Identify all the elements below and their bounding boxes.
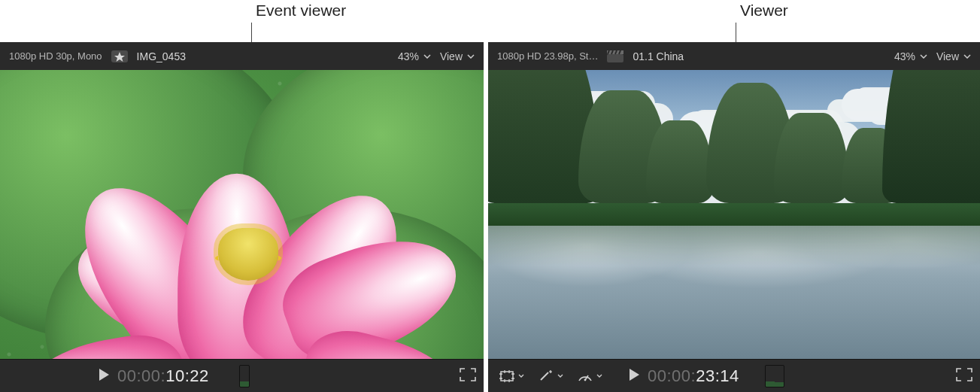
event-viewer-header: 1080p HD 30p, Mono IMG_0453 43% View [0, 42, 484, 70]
svg-rect-3 [607, 54, 623, 62]
enhance-tool-menu[interactable] [535, 368, 566, 384]
preview-image [0, 70, 484, 359]
timecode-hours: 00:00: [648, 366, 696, 386]
timecode-display[interactable]: 00:00:23:14 [648, 366, 739, 386]
audio-meter[interactable] [765, 365, 784, 387]
svg-point-7 [584, 378, 587, 381]
timecode-hours: 00:00: [117, 366, 165, 386]
svg-marker-2 [99, 369, 109, 381]
chevron-down-icon [596, 374, 602, 378]
svg-marker-8 [630, 369, 639, 381]
zoom-value: 43% [894, 50, 915, 62]
audio-meter[interactable] [239, 365, 250, 387]
callout-leader-line [251, 23, 252, 42]
fullscreen-button[interactable] [460, 368, 476, 384]
retime-tool-menu[interactable] [574, 368, 605, 384]
preview-image [488, 70, 980, 359]
fullscreen-button[interactable] [956, 368, 972, 384]
view-label: View [440, 50, 463, 62]
view-label: View [936, 50, 959, 62]
timecode-frames: 23:14 [696, 366, 739, 386]
event-viewer-panel: 1080p HD 30p, Mono IMG_0453 43% View [0, 42, 488, 392]
svg-rect-5 [501, 372, 513, 381]
view-options-menu[interactable]: View [440, 50, 475, 62]
viewer-canvas[interactable] [488, 70, 980, 359]
clip-format-text: 1080p HD 23.98p, St… [497, 50, 598, 62]
view-options-menu[interactable]: View [936, 50, 971, 62]
timecode-display[interactable]: 00:00:10:22 [117, 366, 209, 386]
chevron-down-icon [557, 374, 563, 378]
play-button[interactable] [98, 368, 110, 384]
callout-event-viewer: Event viewer [256, 2, 346, 20]
zoom-value: 43% [398, 50, 419, 62]
zoom-level-menu[interactable]: 43% [398, 50, 431, 62]
play-button[interactable] [628, 368, 640, 384]
zoom-level-menu[interactable]: 43% [894, 50, 927, 62]
timecode-frames: 10:22 [165, 366, 209, 386]
chevron-down-icon [920, 54, 927, 59]
event-viewer-footer: 00:00:10:22 [0, 359, 484, 392]
viewer-footer: 00:00:23:14 [488, 359, 980, 392]
clip-name-text: IMG_0453 [137, 50, 186, 62]
viewer-panel: 1080p HD 23.98p, St… 01.1 China 43% View [488, 42, 980, 392]
chevron-down-icon [467, 54, 475, 59]
clip-name-text: 01.1 China [633, 50, 684, 62]
transform-tool-menu[interactable] [496, 368, 527, 384]
clip-format-text: 1080p HD 30p, Mono [9, 50, 102, 62]
viewer-header: 1080p HD 23.98p, St… 01.1 China 43% View [488, 42, 980, 70]
chevron-down-icon [518, 374, 524, 378]
favorite-star-icon [111, 50, 128, 62]
callout-leader-line [736, 23, 736, 42]
chevron-down-icon [423, 54, 431, 59]
callout-viewer: Viewer [740, 2, 788, 20]
clapperboard-icon [607, 50, 623, 62]
event-viewer-canvas[interactable] [0, 70, 484, 359]
chevron-down-icon [963, 54, 971, 59]
